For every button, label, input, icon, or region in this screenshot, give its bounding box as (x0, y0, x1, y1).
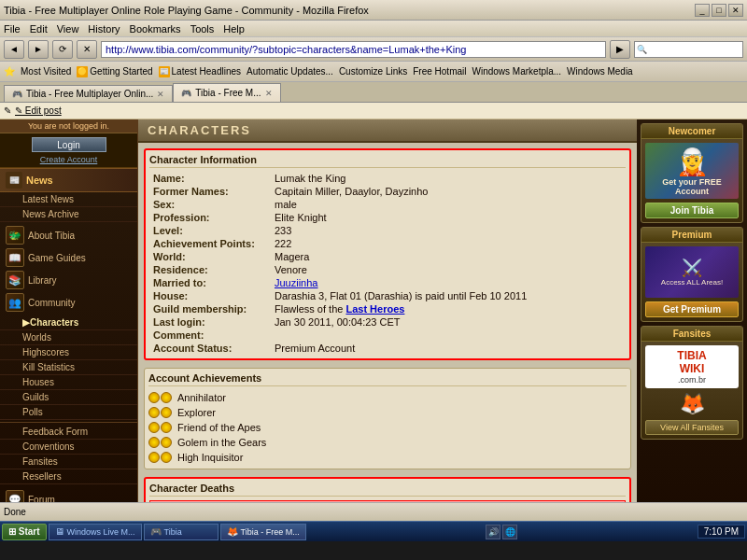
achievements-box: Account Achievements Annihilator Explore… (144, 368, 631, 469)
sidebar-item-feedback[interactable]: Feedback Form (0, 425, 137, 440)
sidebar-item-conventions[interactable]: Conventions (0, 440, 137, 455)
premium-figure: ⚔️ Access ALL Areas! (661, 258, 723, 287)
tab-2[interactable]: 🎮 Tibia - Free M... ✕ (173, 83, 280, 102)
browser-title: Tibia - Free Multiplayer Online Role Pla… (4, 5, 369, 16)
nav-bar: ◄ ► ⟳ ✕ ▶ 🔍 (0, 37, 747, 62)
close-button[interactable]: ✕ (728, 4, 743, 17)
star (161, 392, 172, 403)
sidebar-item-houses[interactable]: Houses (0, 375, 137, 390)
menu-edit[interactable]: Edit (30, 23, 48, 35)
join-tibia-button[interactable]: Join Tibia (645, 203, 739, 218)
search-input[interactable] (647, 42, 740, 57)
content-area: Character Information Name: Lumak the Ki… (138, 143, 637, 541)
go-button[interactable]: ▶ (610, 40, 630, 59)
menu-file[interactable]: File (4, 23, 21, 35)
table-row: Level: 233 (149, 224, 626, 237)
married-to-link[interactable]: Juuziinha (275, 277, 317, 288)
field-label: Comment: (149, 329, 271, 342)
tab-1-label: Tibia - Free Multiplayer Onlin... (26, 89, 153, 99)
tab-bar: 🎮 Tibia - Free Multiplayer Onlin... ✕ 🎮 … (0, 82, 747, 103)
field-label: Level: (149, 224, 271, 237)
taskbar-item-3[interactable]: 🦊 Tibia - Free M... (220, 524, 306, 540)
table-row: Last login: Jan 30 2011, 00:04:23 CET (149, 315, 626, 329)
address-bar[interactable] (101, 41, 606, 58)
newcomer-character-icon: 🧝 (645, 147, 739, 177)
sidebar-item-fansites[interactable]: Fansites (0, 455, 137, 469)
guild-link[interactable]: Last Heroes (345, 303, 404, 315)
create-account-link[interactable]: Create Account (4, 154, 134, 165)
field-value: Juuziinha (271, 276, 626, 289)
menu-bookmarks[interactable]: Bookmarks (130, 23, 181, 35)
edit-post-icon: ✎ (4, 105, 11, 116)
field-value: male (271, 198, 626, 211)
achievement-name-golem: Golem in the Gears (177, 437, 266, 448)
achievement-annihilator: Annihilator (148, 390, 627, 405)
star (161, 437, 172, 448)
sidebar-item-characters[interactable]: ▶Characters (0, 315, 137, 330)
bookmark-most-visited[interactable]: Most Visited (21, 66, 71, 77)
community-label: Community (28, 298, 76, 308)
get-premium-button[interactable]: Get Premium (645, 301, 739, 317)
maximize-button[interactable]: □ (712, 4, 726, 17)
tab-1-close[interactable]: ✕ (157, 90, 164, 99)
not-logged-in-notice: You are not logged in. (0, 119, 137, 133)
field-value: Capitain Miller, Daaylor, Dayzinho (271, 185, 626, 198)
sidebar-item-worlds[interactable]: Worlds (0, 330, 137, 345)
character-info-box: Character Information Name: Lumak the Ki… (144, 148, 631, 360)
tab-1-favicon: 🎮 (12, 90, 22, 99)
field-label: Residence: (149, 263, 271, 276)
bookmark-latest-headlines[interactable]: 📰Latest Headlines (159, 66, 242, 77)
tab-2-close[interactable]: ✕ (265, 89, 273, 98)
sidebar-separator-1 (0, 422, 137, 423)
table-row: Former Names: Capitain Miller, Daaylor, … (149, 185, 626, 198)
taskbar-item-1[interactable]: 🖥 Windows Live M... (49, 524, 142, 540)
sidebar-item-news-archive[interactable]: News Archive (0, 207, 137, 222)
start-button[interactable]: ⊞ Start (2, 524, 47, 540)
tab-1[interactable]: 🎮 Tibia - Free Multiplayer Onlin... ✕ (4, 85, 173, 102)
sidebar-item-community[interactable]: 👥 Community (0, 291, 137, 314)
menu-help[interactable]: Help (223, 23, 245, 35)
reload-button[interactable]: ⟳ (52, 40, 73, 59)
sidebar-item-kill-statistics[interactable]: Kill Statistics (0, 360, 137, 375)
minimize-button[interactable]: _ (695, 4, 710, 17)
sidebar-item-resellers[interactable]: Resellers (0, 469, 137, 484)
sidebar-item-about-tibia[interactable]: 🐲 About Tibia (0, 224, 137, 246)
taskbar-item-2[interactable]: 🎮 Tibia (144, 524, 218, 540)
sidebar-item-guilds[interactable]: Guilds (0, 390, 137, 405)
star (148, 437, 160, 448)
bookmark-automatic-updates[interactable]: Automatic Updates... (247, 66, 333, 77)
field-label: Guild membership: (149, 302, 271, 315)
newcomer-figure: 🧝 Get your FREE Account (645, 147, 739, 196)
premium-icon: ⚔️ (661, 258, 723, 278)
taskbar-item-3-label: Tibia - Free M... (241, 527, 300, 537)
view-all-fansites-button[interactable]: View All Fansites (645, 420, 739, 435)
achievement-name-inquisitor: High Inquisitor (177, 452, 243, 463)
login-button[interactable]: Login (32, 137, 106, 152)
menu-view[interactable]: View (57, 23, 79, 35)
stop-button[interactable]: ✕ (77, 40, 97, 59)
bookmark-getting-started[interactable]: 🟡Getting Started (77, 66, 152, 77)
tibia-wiki-logo-line2: WIKI (649, 362, 735, 375)
back-button[interactable]: ◄ (4, 40, 24, 59)
bookmark-windows-media[interactable]: Windows Media (567, 66, 633, 77)
field-value: Magera (271, 250, 626, 263)
sidebar-item-polls[interactable]: Polls (0, 405, 137, 420)
table-row: House: Darashia 3, Flat 01 (Darashia) is… (149, 289, 626, 302)
menu-tools[interactable]: Tools (190, 23, 215, 35)
menu-history[interactable]: History (88, 23, 120, 35)
forward-button[interactable]: ► (28, 40, 49, 59)
sidebar-item-library[interactable]: 📚 Library (0, 269, 137, 291)
bookmark-windows-marketplace[interactable]: Windows Marketpla... (472, 66, 562, 77)
sidebar-item-latest-news[interactable]: Latest News (0, 192, 137, 207)
taskbar-items: 🖥 Windows Live M... 🎮 Tibia 🦊 Tibia - Fr… (49, 524, 306, 540)
tibia-wiki-logo-line1: TIBIA (649, 349, 735, 362)
sidebar-item-highscores[interactable]: Highscores (0, 345, 137, 360)
taskbar-item-3-icon: 🦊 (227, 526, 238, 537)
bookmark-free-hotmail[interactable]: Free Hotmail (413, 66, 466, 77)
bookmark-customize-links[interactable]: Customize Links (339, 66, 407, 77)
sidebar-item-game-guides[interactable]: 📖 Game Guides (0, 246, 137, 269)
tibia-wiki-logo-line3: .com.br (649, 375, 735, 385)
edit-post-label[interactable]: ✎ Edit post (15, 105, 62, 116)
premium-title: Premium (641, 228, 742, 243)
premium-image: ⚔️ Access ALL Areas! (645, 246, 739, 298)
